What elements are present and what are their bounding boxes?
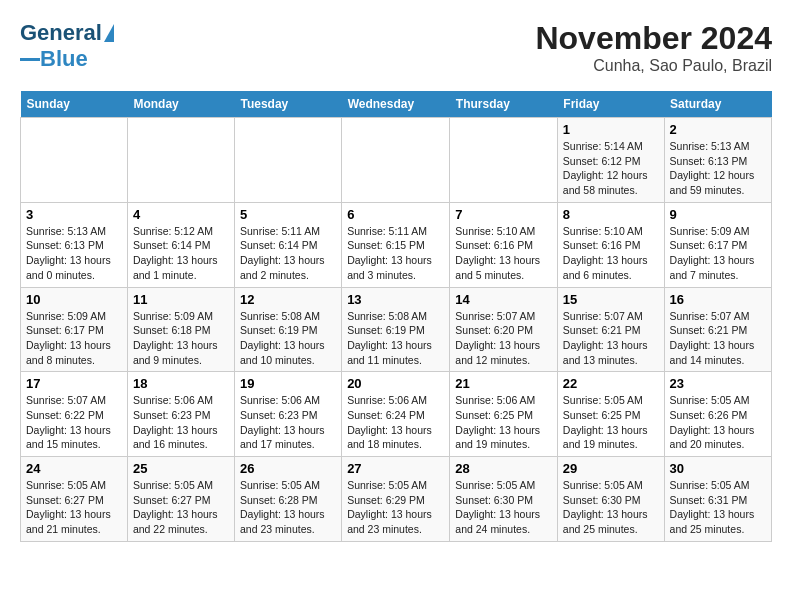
table-row: 17Sunrise: 5:07 AM Sunset: 6:22 PM Dayli… bbox=[21, 372, 128, 457]
table-row: 13Sunrise: 5:08 AM Sunset: 6:19 PM Dayli… bbox=[342, 287, 450, 372]
table-row: 10Sunrise: 5:09 AM Sunset: 6:17 PM Dayli… bbox=[21, 287, 128, 372]
table-row: 22Sunrise: 5:05 AM Sunset: 6:25 PM Dayli… bbox=[557, 372, 664, 457]
day-number: 21 bbox=[455, 376, 552, 391]
day-info: Sunrise: 5:09 AM Sunset: 6:17 PM Dayligh… bbox=[670, 224, 766, 283]
title-block: November 2024 Cunha, Sao Paulo, Brazil bbox=[535, 20, 772, 75]
table-row: 2Sunrise: 5:13 AM Sunset: 6:13 PM Daylig… bbox=[664, 118, 771, 203]
header-wednesday: Wednesday bbox=[342, 91, 450, 118]
table-row: 25Sunrise: 5:05 AM Sunset: 6:27 PM Dayli… bbox=[127, 457, 234, 542]
table-row bbox=[234, 118, 341, 203]
table-row: 18Sunrise: 5:06 AM Sunset: 6:23 PM Dayli… bbox=[127, 372, 234, 457]
day-info: Sunrise: 5:05 AM Sunset: 6:27 PM Dayligh… bbox=[133, 478, 229, 537]
day-number: 11 bbox=[133, 292, 229, 307]
page-title: November 2024 bbox=[535, 20, 772, 57]
table-row: 26Sunrise: 5:05 AM Sunset: 6:28 PM Dayli… bbox=[234, 457, 341, 542]
day-number: 22 bbox=[563, 376, 659, 391]
table-row: 23Sunrise: 5:05 AM Sunset: 6:26 PM Dayli… bbox=[664, 372, 771, 457]
day-number: 6 bbox=[347, 207, 444, 222]
table-row: 6Sunrise: 5:11 AM Sunset: 6:15 PM Daylig… bbox=[342, 202, 450, 287]
table-row: 12Sunrise: 5:08 AM Sunset: 6:19 PM Dayli… bbox=[234, 287, 341, 372]
calendar-table: Sunday Monday Tuesday Wednesday Thursday… bbox=[20, 91, 772, 542]
day-info: Sunrise: 5:05 AM Sunset: 6:31 PM Dayligh… bbox=[670, 478, 766, 537]
day-info: Sunrise: 5:06 AM Sunset: 6:23 PM Dayligh… bbox=[133, 393, 229, 452]
day-info: Sunrise: 5:09 AM Sunset: 6:18 PM Dayligh… bbox=[133, 309, 229, 368]
day-info: Sunrise: 5:05 AM Sunset: 6:29 PM Dayligh… bbox=[347, 478, 444, 537]
table-row: 21Sunrise: 5:06 AM Sunset: 6:25 PM Dayli… bbox=[450, 372, 558, 457]
day-number: 24 bbox=[26, 461, 122, 476]
logo: General Blue bbox=[20, 20, 114, 72]
day-info: Sunrise: 5:08 AM Sunset: 6:19 PM Dayligh… bbox=[347, 309, 444, 368]
day-number: 10 bbox=[26, 292, 122, 307]
day-info: Sunrise: 5:12 AM Sunset: 6:14 PM Dayligh… bbox=[133, 224, 229, 283]
day-number: 15 bbox=[563, 292, 659, 307]
day-info: Sunrise: 5:10 AM Sunset: 6:16 PM Dayligh… bbox=[455, 224, 552, 283]
table-row bbox=[127, 118, 234, 203]
table-row: 14Sunrise: 5:07 AM Sunset: 6:20 PM Dayli… bbox=[450, 287, 558, 372]
day-number: 23 bbox=[670, 376, 766, 391]
table-row bbox=[342, 118, 450, 203]
table-row: 11Sunrise: 5:09 AM Sunset: 6:18 PM Dayli… bbox=[127, 287, 234, 372]
day-number: 13 bbox=[347, 292, 444, 307]
day-number: 16 bbox=[670, 292, 766, 307]
logo-underline bbox=[20, 58, 40, 61]
day-number: 20 bbox=[347, 376, 444, 391]
day-info: Sunrise: 5:14 AM Sunset: 6:12 PM Dayligh… bbox=[563, 139, 659, 198]
table-row: 3Sunrise: 5:13 AM Sunset: 6:13 PM Daylig… bbox=[21, 202, 128, 287]
table-row: 8Sunrise: 5:10 AM Sunset: 6:16 PM Daylig… bbox=[557, 202, 664, 287]
calendar-week-row: 1Sunrise: 5:14 AM Sunset: 6:12 PM Daylig… bbox=[21, 118, 772, 203]
header-sunday: Sunday bbox=[21, 91, 128, 118]
table-row: 16Sunrise: 5:07 AM Sunset: 6:21 PM Dayli… bbox=[664, 287, 771, 372]
day-info: Sunrise: 5:07 AM Sunset: 6:22 PM Dayligh… bbox=[26, 393, 122, 452]
logo-blue: Blue bbox=[40, 46, 88, 72]
day-number: 8 bbox=[563, 207, 659, 222]
day-number: 29 bbox=[563, 461, 659, 476]
day-info: Sunrise: 5:11 AM Sunset: 6:15 PM Dayligh… bbox=[347, 224, 444, 283]
table-row: 19Sunrise: 5:06 AM Sunset: 6:23 PM Dayli… bbox=[234, 372, 341, 457]
day-info: Sunrise: 5:05 AM Sunset: 6:25 PM Dayligh… bbox=[563, 393, 659, 452]
day-number: 30 bbox=[670, 461, 766, 476]
day-info: Sunrise: 5:06 AM Sunset: 6:23 PM Dayligh… bbox=[240, 393, 336, 452]
header-tuesday: Tuesday bbox=[234, 91, 341, 118]
day-number: 28 bbox=[455, 461, 552, 476]
table-row: 7Sunrise: 5:10 AM Sunset: 6:16 PM Daylig… bbox=[450, 202, 558, 287]
table-row: 27Sunrise: 5:05 AM Sunset: 6:29 PM Dayli… bbox=[342, 457, 450, 542]
calendar-week-row: 17Sunrise: 5:07 AM Sunset: 6:22 PM Dayli… bbox=[21, 372, 772, 457]
table-row: 24Sunrise: 5:05 AM Sunset: 6:27 PM Dayli… bbox=[21, 457, 128, 542]
header-saturday: Saturday bbox=[664, 91, 771, 118]
day-info: Sunrise: 5:13 AM Sunset: 6:13 PM Dayligh… bbox=[26, 224, 122, 283]
day-number: 1 bbox=[563, 122, 659, 137]
day-info: Sunrise: 5:10 AM Sunset: 6:16 PM Dayligh… bbox=[563, 224, 659, 283]
calendar-week-row: 24Sunrise: 5:05 AM Sunset: 6:27 PM Dayli… bbox=[21, 457, 772, 542]
logo-general: General bbox=[20, 20, 102, 46]
day-info: Sunrise: 5:11 AM Sunset: 6:14 PM Dayligh… bbox=[240, 224, 336, 283]
day-info: Sunrise: 5:07 AM Sunset: 6:21 PM Dayligh… bbox=[670, 309, 766, 368]
table-row: 15Sunrise: 5:07 AM Sunset: 6:21 PM Dayli… bbox=[557, 287, 664, 372]
day-info: Sunrise: 5:06 AM Sunset: 6:25 PM Dayligh… bbox=[455, 393, 552, 452]
day-info: Sunrise: 5:05 AM Sunset: 6:27 PM Dayligh… bbox=[26, 478, 122, 537]
day-number: 18 bbox=[133, 376, 229, 391]
day-info: Sunrise: 5:08 AM Sunset: 6:19 PM Dayligh… bbox=[240, 309, 336, 368]
day-info: Sunrise: 5:05 AM Sunset: 6:30 PM Dayligh… bbox=[455, 478, 552, 537]
day-number: 27 bbox=[347, 461, 444, 476]
day-info: Sunrise: 5:06 AM Sunset: 6:24 PM Dayligh… bbox=[347, 393, 444, 452]
table-row: 28Sunrise: 5:05 AM Sunset: 6:30 PM Dayli… bbox=[450, 457, 558, 542]
table-row bbox=[450, 118, 558, 203]
day-info: Sunrise: 5:05 AM Sunset: 6:30 PM Dayligh… bbox=[563, 478, 659, 537]
table-row: 29Sunrise: 5:05 AM Sunset: 6:30 PM Dayli… bbox=[557, 457, 664, 542]
day-info: Sunrise: 5:05 AM Sunset: 6:28 PM Dayligh… bbox=[240, 478, 336, 537]
table-row: 9Sunrise: 5:09 AM Sunset: 6:17 PM Daylig… bbox=[664, 202, 771, 287]
table-row: 4Sunrise: 5:12 AM Sunset: 6:14 PM Daylig… bbox=[127, 202, 234, 287]
day-number: 2 bbox=[670, 122, 766, 137]
calendar-week-row: 10Sunrise: 5:09 AM Sunset: 6:17 PM Dayli… bbox=[21, 287, 772, 372]
day-info: Sunrise: 5:05 AM Sunset: 6:26 PM Dayligh… bbox=[670, 393, 766, 452]
day-number: 3 bbox=[26, 207, 122, 222]
calendar-week-row: 3Sunrise: 5:13 AM Sunset: 6:13 PM Daylig… bbox=[21, 202, 772, 287]
header-monday: Monday bbox=[127, 91, 234, 118]
page-subtitle: Cunha, Sao Paulo, Brazil bbox=[535, 57, 772, 75]
day-info: Sunrise: 5:07 AM Sunset: 6:21 PM Dayligh… bbox=[563, 309, 659, 368]
table-row: 20Sunrise: 5:06 AM Sunset: 6:24 PM Dayli… bbox=[342, 372, 450, 457]
calendar-header-row: Sunday Monday Tuesday Wednesday Thursday… bbox=[21, 91, 772, 118]
day-number: 4 bbox=[133, 207, 229, 222]
table-row: 5Sunrise: 5:11 AM Sunset: 6:14 PM Daylig… bbox=[234, 202, 341, 287]
day-number: 5 bbox=[240, 207, 336, 222]
